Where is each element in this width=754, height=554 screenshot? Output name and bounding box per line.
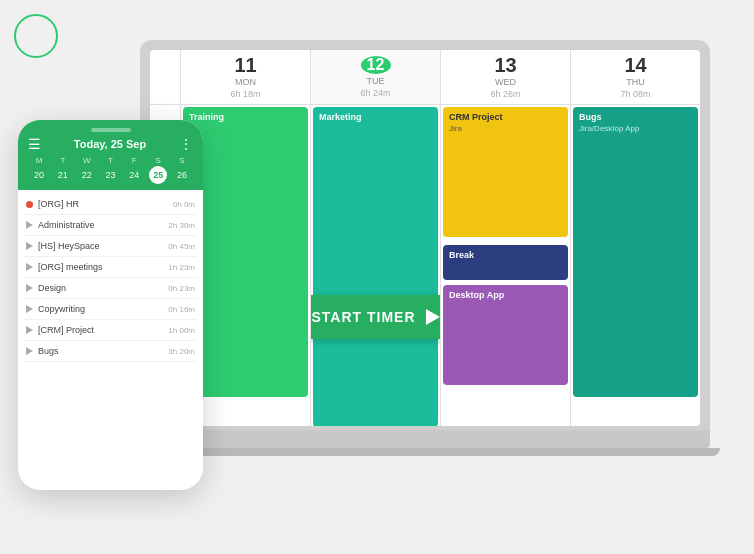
play-icon[interactable] — [26, 284, 33, 292]
play-icon[interactable] — [26, 221, 33, 229]
list-item: [ORG] meetings 1h 23m — [24, 257, 197, 278]
play-icon — [426, 309, 440, 325]
cal-day-hours-tue: 6h 24m — [360, 88, 390, 98]
phone-row-time: 0h 45m — [168, 242, 195, 251]
cal-col-mon: 11 MON 6h 18m — [180, 50, 310, 104]
cal-day-num-thu: 14 — [624, 55, 646, 75]
play-icon[interactable] — [26, 263, 33, 271]
phone-row-label: [ORG] HR — [38, 199, 173, 209]
phone-row-time: 0h 16m — [168, 305, 195, 314]
phone-day-m: M 20 — [28, 156, 50, 184]
cal-col-tue: 12 TUE 6h 24m — [310, 50, 440, 104]
cal-col-thursday-events: Bugs Jira/Desktop App — [570, 105, 700, 426]
play-icon[interactable] — [26, 326, 33, 334]
event-crm-sub: Jira — [449, 124, 562, 133]
calendar: 11 MON 6h 18m 12 TUE 6h 24m 13 WED 6h 26… — [150, 50, 700, 426]
play-icon[interactable] — [26, 242, 33, 250]
phone-day-num-f: 24 — [125, 166, 143, 184]
phone-day-letter-m: M — [36, 156, 43, 165]
cal-col-tuesday-events: Marketing START TIMER — [310, 105, 440, 426]
start-timer-label: START TIMER — [311, 309, 415, 325]
phone-day-w: W 22 — [76, 156, 98, 184]
start-timer-button[interactable]: START TIMER — [310, 295, 440, 339]
cal-day-name-mon: MON — [235, 77, 256, 87]
list-item: [CRM] Project 1h 00m — [24, 320, 197, 341]
laptop: 11 MON 6h 18m 12 TUE 6h 24m 13 WED 6h 26… — [140, 40, 730, 500]
calendar-header: 11 MON 6h 18m 12 TUE 6h 24m 13 WED 6h 26… — [150, 50, 700, 105]
event-break: Break — [443, 245, 568, 280]
phone-header: ☰ Today, 25 Sep ⋮ M 20 T 21 W 22 T 23 F — [18, 120, 203, 190]
phone-row-time: 1h 00m — [168, 326, 195, 335]
cal-day-num-wed: 13 — [494, 55, 516, 75]
phone-day-t1: T 21 — [52, 156, 74, 184]
phone-day-num-s2: 26 — [173, 166, 191, 184]
phone-day-letter-s2: S — [179, 156, 184, 165]
cal-day-name-tue: TUE — [367, 76, 385, 86]
calendar-body: Training Marketing START TIMER — [150, 105, 700, 426]
header-spacer — [150, 50, 180, 104]
phone-day-num-m: 20 — [30, 166, 48, 184]
phone-title: Today, 25 Sep — [74, 138, 146, 150]
phone-row-label: Administrative — [38, 220, 168, 230]
phone-day-num-t2: 23 — [101, 166, 119, 184]
list-item: Administrative 2h 30m — [24, 215, 197, 236]
phone-day-letter-f: F — [132, 156, 137, 165]
phone-row-label: Bugs — [38, 346, 168, 356]
phone-body: [ORG] HR 0h 0m Administrative 2h 30m [HS… — [18, 190, 203, 366]
phone-row-time: 2h 30m — [168, 221, 195, 230]
phone-row-label: Copywriting — [38, 304, 168, 314]
phone-day-t2: T 23 — [99, 156, 121, 184]
phone-row-label: [CRM] Project — [38, 325, 168, 335]
list-item: Design 0h 23m — [24, 278, 197, 299]
cal-col-thu: 14 THU 7h 08m — [570, 50, 700, 104]
cal-day-name-thu: THU — [626, 77, 645, 87]
phone-row-label: Design — [38, 283, 168, 293]
phone-row-label: [ORG] meetings — [38, 262, 168, 272]
event-bugs-sub: Jira/Desktop App — [579, 124, 692, 133]
phone-day-letter-w: W — [83, 156, 91, 165]
phone-day-s1[interactable]: S 25 — [147, 156, 169, 184]
phone-row-label: [HS] HeySpace — [38, 241, 168, 251]
cal-day-hours-wed: 6h 26m — [490, 89, 520, 99]
phone-day-letter-s1: S — [155, 156, 160, 165]
phone-day-s2: S 26 — [171, 156, 193, 184]
dot-icon — [26, 201, 33, 208]
phone-day-f: F 24 — [123, 156, 145, 184]
event-crm-project: CRM Project Jira — [443, 107, 568, 237]
cal-day-name-wed: WED — [495, 77, 516, 87]
green-circle-decoration — [14, 14, 58, 58]
phone-week-row: M 20 T 21 W 22 T 23 F 24 S 25 — [28, 156, 193, 184]
phone-row-time: 1h 23m — [168, 263, 195, 272]
laptop-screen-inner: 11 MON 6h 18m 12 TUE 6h 24m 13 WED 6h 26… — [150, 50, 700, 426]
laptop-foot — [130, 448, 720, 456]
phone: ☰ Today, 25 Sep ⋮ M 20 T 21 W 22 T 23 F — [18, 120, 203, 490]
cal-col-wednesday-events: CRM Project Jira Break Desktop App — [440, 105, 570, 426]
cal-day-hours-mon: 6h 18m — [230, 89, 260, 99]
phone-day-letter-t2: T — [108, 156, 113, 165]
list-item: Copywriting 0h 16m — [24, 299, 197, 320]
cal-day-num-tue: 12 — [361, 56, 391, 74]
phone-row-time: 0h 23m — [168, 284, 195, 293]
laptop-base — [140, 430, 710, 448]
phone-top-bar: ☰ Today, 25 Sep ⋮ — [28, 136, 193, 152]
list-item: Bugs 3h 20m — [24, 341, 197, 362]
event-bugs: Bugs Jira/Desktop App — [573, 107, 698, 397]
phone-row-time: 3h 20m — [168, 347, 195, 356]
cal-day-hours-thu: 7h 08m — [620, 89, 650, 99]
list-item: [HS] HeySpace 0h 45m — [24, 236, 197, 257]
event-marketing: Marketing — [313, 107, 438, 426]
phone-day-num-s1: 25 — [149, 166, 167, 184]
phone-row-time: 0h 0m — [173, 200, 195, 209]
event-desktop-app: Desktop App — [443, 285, 568, 385]
cal-day-num-mon: 11 — [234, 55, 256, 75]
laptop-screen-outer: 11 MON 6h 18m 12 TUE 6h 24m 13 WED 6h 26… — [140, 40, 710, 430]
list-item: [ORG] HR 0h 0m — [24, 194, 197, 215]
phone-day-num-t1: 21 — [54, 166, 72, 184]
play-icon[interactable] — [26, 305, 33, 313]
phone-menu-icon[interactable]: ☰ — [28, 136, 41, 152]
phone-day-num-w: 22 — [78, 166, 96, 184]
cal-col-wed: 13 WED 6h 26m — [440, 50, 570, 104]
play-icon[interactable] — [26, 347, 33, 355]
phone-more-icon[interactable]: ⋮ — [179, 136, 193, 152]
phone-day-letter-t1: T — [60, 156, 65, 165]
